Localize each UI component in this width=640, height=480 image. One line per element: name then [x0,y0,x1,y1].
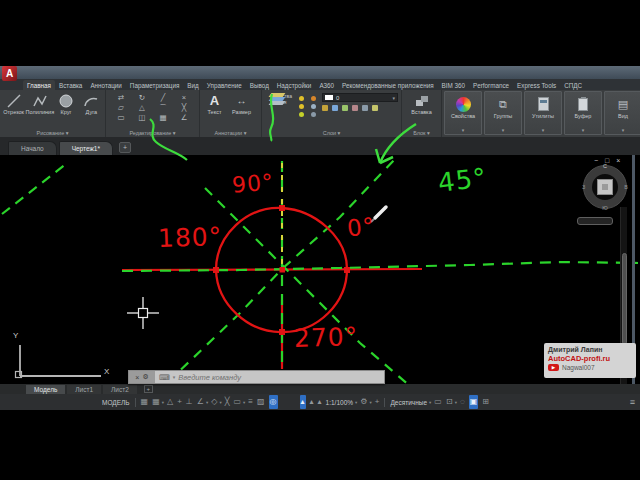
grip-left[interactable] [213,267,219,273]
clipboard-panel-button[interactable]: Буфер ▾ [564,91,602,135]
annotation-autoscale-icon[interactable]: ▴ [310,395,314,409]
model-space-label[interactable]: МОДЕЛЬ [102,399,130,406]
layer-tool-icons[interactable] [322,105,378,111]
scrollbar-thumb[interactable] [622,253,627,345]
ribbon-tab-home[interactable]: Главная [23,80,55,90]
osnap-tracking-icon[interactable]: ╳ [225,395,230,409]
command-line-bar[interactable]: × ⚙ ⌨ ▾ Введите команду [128,370,385,384]
utilities-panel-button[interactable]: Утилиты ▾ [524,91,562,135]
move-icon[interactable]: ⇄ [114,93,128,103]
layout-tab-sheet1[interactable]: Лист1 [67,385,101,394]
arc-tool-button[interactable]: Дуга [80,92,103,115]
layer-select-combo[interactable]: 0 ▾ [322,93,398,102]
selection-cycling-icon[interactable]: ◎ [269,395,278,409]
layout-tab-sheet2[interactable]: Лист2 [103,385,137,394]
viewcube-east-label[interactable]: В [624,184,628,190]
ribbon-tab-a360[interactable]: А360 [315,80,338,90]
grip-bottom[interactable] [279,329,285,335]
annotation-monitor-icon[interactable]: + [375,395,380,409]
ribbon-tab-manage[interactable]: Управление [203,80,246,90]
file-tab-drawing1[interactable]: Чертеж1* [59,141,113,155]
ribbon-tab-addins[interactable]: Надстройки [273,80,316,90]
explode-icon[interactable]: ╳ [177,103,191,113]
workspace-gear-icon[interactable]: ⚙ [360,395,367,409]
ribbon-tab-annotate[interactable]: Аннотации [86,80,125,90]
chevron-down-icon[interactable]: ▾ [243,400,245,405]
annotation-scale-list-icon[interactable]: ▴ [318,395,322,409]
drawing-viewport[interactable]: 90° 45° 180° 0° 270° − □ × С Ю З В Дмитр… [0,155,640,385]
ribbon-tab-output[interactable]: Вывод [246,80,273,90]
command-close-icon[interactable]: × [135,374,139,381]
chevron-down-icon[interactable]: ▾ [206,400,208,405]
units-value[interactable]: Десятичные [390,399,427,406]
isolate-objects-icon[interactable]: ◌ [460,395,465,409]
layer-properties-button[interactable]: Свойства слоя [265,93,297,105]
ribbon-tab-bim360[interactable]: BIM 360 [438,80,469,90]
ribbon-tab-express-tools[interactable]: Express Tools [513,80,560,90]
grip-right[interactable] [344,267,350,273]
line-tool-button[interactable]: Отрезок [2,92,25,115]
command-input[interactable]: ⌨ ▾ Введите команду [155,371,384,383]
scale-icon[interactable]: ◫ [135,113,149,123]
clean-screen-icon[interactable]: ⊞ [482,395,489,409]
ortho-icon[interactable]: ⊥ [186,395,193,409]
block-panel-label[interactable]: Блок ▾ [402,130,441,136]
command-tools-icon[interactable]: ⚙ [142,373,148,381]
annotation-scale-value[interactable]: 1:1/100% [326,399,353,406]
circle-tool-button[interactable]: Круг [54,92,77,115]
layers-panel-label[interactable]: Слои ▾ [262,130,401,136]
ribbon-tab-parametric[interactable]: Параметризация [126,80,183,90]
ribbon-tab-spds[interactable]: СПДС [560,80,586,90]
lineweight-icon[interactable]: ≡ [248,395,253,409]
rotate-icon[interactable]: ↻ [135,93,149,103]
ui-lock-icon[interactable]: ⊡ [446,395,453,409]
quick-properties-icon[interactable]: ▭ [434,395,442,409]
viewcube[interactable]: С Ю З В [581,163,629,211]
dynamic-input-icon[interactable]: + [177,395,182,409]
ribbon-tab-performance[interactable]: Performance [469,80,513,90]
array-icon[interactable]: ▦ [156,113,170,123]
chevron-down-icon[interactable]: ▾ [219,400,221,405]
chevron-down-icon[interactable]: ▾ [455,400,457,405]
infer-constraints-icon[interactable]: △ [167,395,173,409]
viewport-minimize-button[interactable]: − [594,157,598,164]
navigation-bar[interactable] [577,217,613,225]
viewcube-west-label[interactable]: З [582,184,585,190]
viewport-restore-button[interactable]: □ [605,157,609,164]
copy-icon[interactable]: ▱ [114,103,128,113]
grip-top[interactable] [279,205,285,211]
grid-icon[interactable]: ▦ [141,395,149,409]
ribbon-tab-featured-apps[interactable]: Рекомендованные приложения [338,80,437,90]
stretch-icon[interactable]: ▭ [114,113,128,123]
insert-block-button[interactable]: Вставка [409,92,434,115]
autocad-logo[interactable]: A [2,66,17,81]
view-panel-button[interactable]: ▤ Вид ▾ [604,91,640,135]
layout-tab-model[interactable]: Модель [26,385,65,394]
isodraft-icon[interactable]: ◇ [211,395,217,409]
chevron-down-icon[interactable]: ▾ [162,400,164,405]
file-tab-start[interactable]: Начало [8,141,57,155]
offset-icon[interactable]: ∠ [177,113,191,123]
draw-panel-label[interactable]: Рисование ▾ [0,130,105,136]
customize-menu-icon[interactable]: ≡ [630,397,635,407]
fillet-icon[interactable]: ⌒ [156,103,170,113]
command-history-dropdown-icon[interactable]: ▾ [173,374,176,380]
chevron-down-icon[interactable]: ▾ [369,400,371,405]
trim-icon[interactable]: ╱ [156,93,170,103]
mirror-icon[interactable]: △ [135,103,149,113]
text-tool-button[interactable]: А Текст [202,92,227,115]
modify-panel-label[interactable]: Редактирование ▾ [106,130,199,136]
viewcube-top-face[interactable] [597,179,613,195]
groups-panel-button[interactable]: ⧉ Группы ▾ [484,91,522,135]
ribbon-tab-insert[interactable]: Вставка [55,80,86,90]
properties-panel-button[interactable]: Свойства ▾ [444,91,482,135]
chevron-down-icon[interactable]: ▾ [392,95,395,101]
new-layout-button[interactable]: + [144,385,153,393]
grip-center[interactable] [280,267,286,273]
chevron-down-icon[interactable]: ▾ [355,400,357,405]
annotation-visibility-icon[interactable]: ▴ [300,395,306,409]
polar-tracking-icon[interactable]: ∠ [197,395,204,409]
osnap-icon[interactable]: ▭ [233,395,241,409]
layer-toggle-icons[interactable] [299,96,319,117]
polyline-tool-button[interactable]: Полилиния [27,92,52,115]
